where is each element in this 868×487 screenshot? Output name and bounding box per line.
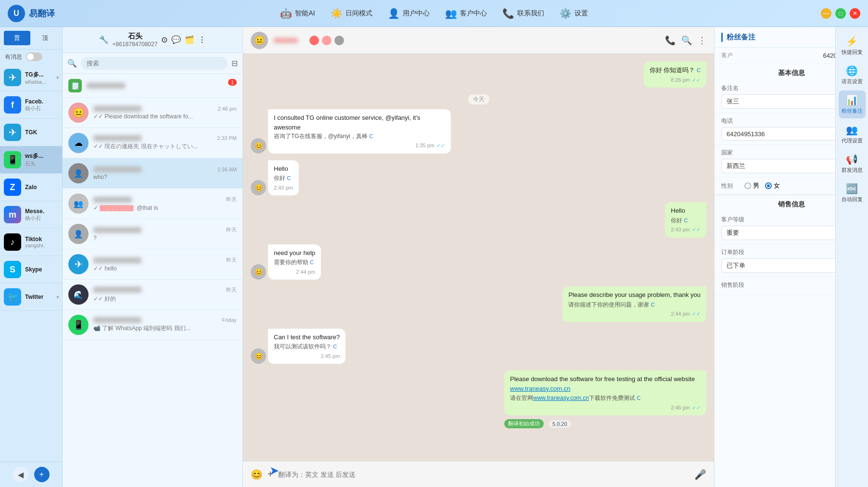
msg-text-1: I consulted TG online customer service, … <box>274 113 445 132</box>
chat-badge-0: 1 <box>228 79 237 86</box>
twitter-name: Twitter <box>25 294 43 300</box>
quick-reply-tool[interactable]: ⚡ 快捷回复 <box>839 32 866 59</box>
msg-meta-7: 2:46 pm ✓✓ <box>510 404 701 412</box>
chat-item-2[interactable]: ☁ 2:33 PM ✓✓ 現在の連絡先 現在チャットしてい... <box>63 128 243 158</box>
customer-center-button[interactable]: 👥 客户中心 <box>445 8 487 19</box>
logo: U 易翻译 <box>8 5 55 22</box>
chat-avatar-6: ✈ <box>68 254 89 274</box>
gender-female[interactable]: 女 <box>765 181 780 190</box>
user-center-button[interactable]: 👤 用户中心 <box>388 8 430 19</box>
language-label: 语言设置 <box>842 78 863 85</box>
msg-avatar-4: 😊 <box>251 264 266 280</box>
minimize-button[interactable]: — <box>821 8 831 19</box>
chat-item-8[interactable]: 📱 Friday 📹 了解 WhatsApp 端到端密码 我们... <box>63 310 243 340</box>
sidebar-item-tg[interactable]: ✈ TG多... whatsa... ▼ <box>0 64 62 91</box>
message-0: 你好 你知道吗？ C 8:26 pm ✓✓ <box>251 62 706 88</box>
chat-name-2 <box>93 135 141 141</box>
contact-button[interactable]: 📞 联系我们 <box>502 8 544 19</box>
msg-tick-3: ✓✓ <box>692 226 701 234</box>
sidebar-item-messenger[interactable]: m Messe. 杨小石 <box>0 201 62 229</box>
maximize-button[interactable]: □ <box>835 8 846 19</box>
sidebar-item-facebook[interactable]: f Faceb. 杨小石 <box>0 91 62 119</box>
website-link-cn[interactable]: www.traneasy.com.cn <box>533 395 589 401</box>
sidebar-item-zalo[interactable]: Z Zalo <box>0 174 62 201</box>
country-value: 新西兰 <box>727 162 745 170</box>
sidebar-item-twitter[interactable]: 🐦 Twitter ▼ <box>0 283 62 311</box>
female-radio-dot <box>765 182 772 189</box>
chat-name-5 <box>93 227 141 233</box>
send-arrow-icon[interactable]: ➤ <box>269 464 279 477</box>
zalo-avatar: Z <box>4 179 21 196</box>
sidebar-item-skype[interactable]: S Skype <box>0 256 62 283</box>
chat-item-1[interactable]: 😐 2:46 pm ✓✓ Please download the softwar… <box>63 98 243 128</box>
add-icon[interactable]: 🗂️ <box>185 35 194 44</box>
msg-avatar-2: 😊 <box>251 180 266 195</box>
mic-icon[interactable]: 🎤 <box>694 469 706 480</box>
auto-reply-label: 自动回复 <box>842 196 863 203</box>
tab-ding[interactable]: 顶 <box>32 31 59 45</box>
language-settings-tool[interactable]: 🌐 语言设置 <box>839 61 866 89</box>
contact-label: 联系我们 <box>517 9 544 18</box>
phone-value: 64204951336 <box>727 130 765 138</box>
logo-circle: U <box>8 5 25 22</box>
search-input[interactable] <box>81 57 228 70</box>
message-7: Please download the software for free te… <box>251 371 706 428</box>
status-dot-3 <box>334 36 344 45</box>
collapse-button[interactable]: ◀ <box>13 467 28 482</box>
more-icon[interactable]: ⋮ <box>198 35 206 44</box>
tab-pu[interactable]: 普 <box>4 31 30 45</box>
sidebar-item-tgk[interactable]: ✈ TGK <box>0 119 62 146</box>
chat-item-7[interactable]: 🌊 昨天 ✓✓ 好的 <box>63 280 243 310</box>
settings-label: 设置 <box>574 9 588 18</box>
skype-info: Skype <box>25 266 42 273</box>
mass-message-tool[interactable]: 📢 群发消息 <box>839 150 866 177</box>
search-icon: 🔍 <box>67 59 77 68</box>
chat-top-0 <box>87 83 237 89</box>
chat-item-3[interactable]: 👤 1:36 AM who? <box>63 158 243 189</box>
message-2: 😊 Hello你好 C 2:43 pm <box>251 160 706 196</box>
chat-item-0[interactable]: 🗒️ 1 <box>63 74 243 98</box>
gender-radio-group: 男 女 <box>744 181 780 190</box>
more-options-icon[interactable]: ⋮ <box>698 35 706 46</box>
sidebar-item-tiktok[interactable]: ♪ Tiktok yangshi. <box>0 229 62 256</box>
emoji-icon[interactable]: 😊 <box>251 469 263 480</box>
chat-name-4 <box>93 197 132 203</box>
chat-name-7 <box>93 287 141 293</box>
close-button[interactable]: ✕ <box>850 8 860 19</box>
chat-header-avatar: 😐 <box>251 32 268 49</box>
mode-button[interactable]: ☀️ 日间模式 <box>331 8 372 19</box>
chat-icon[interactable]: 💬 <box>171 35 181 44</box>
msg-text-7: Please download the software for free te… <box>510 374 701 403</box>
settings-button[interactable]: ⚙️ 设置 <box>560 8 588 19</box>
msg-meta-5: 2:44 pm ✓✓ <box>568 310 701 318</box>
add-account-button[interactable]: + <box>34 467 50 482</box>
bubble-0: 你好 你知道吗？ C 8:26 pm ✓✓ <box>644 62 706 88</box>
customer-label: 客户 <box>721 51 733 60</box>
toggle-knob <box>27 53 34 60</box>
search-chat-icon[interactable]: 🔍 <box>681 35 692 46</box>
ws-name: ws多... <box>25 152 43 160</box>
call-icon[interactable]: 📞 <box>665 35 676 46</box>
wrench-icon[interactable]: 🔧 <box>99 36 109 44</box>
msg-avatar-6: 😊 <box>251 348 266 364</box>
auto-reply-tool[interactable]: 🔤 自动回复 <box>839 179 866 206</box>
qr-icon[interactable]: ⊙ <box>161 35 167 44</box>
chat-item-5[interactable]: 👤 昨天 ? <box>63 219 243 249</box>
chat-body-1: 2:46 pm ✓✓ Please download the software … <box>93 106 237 120</box>
website-link[interactable]: www.traneasy.com.cn <box>510 385 570 392</box>
has-message-toggle[interactable] <box>26 52 42 61</box>
chat-input[interactable] <box>278 471 689 478</box>
chat-item-6[interactable]: ✈ 昨天 ✓✓ hello <box>63 249 243 280</box>
chat-body-8: Friday 📹 了解 WhatsApp 端到端密码 我们... <box>93 317 237 333</box>
msg-meta-4: 2:44 pm <box>274 268 315 276</box>
filter-icon[interactable]: ⊟ <box>231 59 238 68</box>
male-radio-dot <box>744 182 751 189</box>
sidebar-item-whatsapp[interactable]: 📱 ws多... 石头 <box>0 146 62 174</box>
header-tools-left: 🔧 <box>99 35 109 44</box>
auto-reply-icon: 🔤 <box>846 183 858 194</box>
fan-notes-tool[interactable]: 📊 粉丝备注 <box>839 90 866 118</box>
chat-item-4[interactable]: 👥 昨天 ✓ ▓▓▓▓▓▓▓▓: @that is <box>63 189 243 219</box>
agent-settings-tool[interactable]: 👥 代理设置 <box>839 120 866 148</box>
gender-male[interactable]: 男 <box>744 181 759 190</box>
ai-button[interactable]: 🤖 智能AI <box>280 8 315 19</box>
